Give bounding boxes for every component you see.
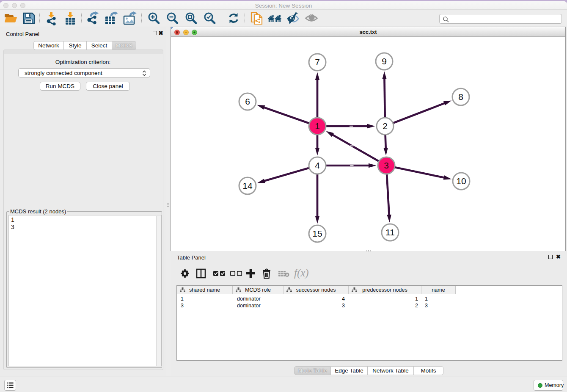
svg-text:3: 3 <box>384 160 389 170</box>
svg-text:4: 4 <box>315 160 320 170</box>
svg-text:11: 11 <box>385 227 395 237</box>
svg-text:15: 15 <box>312 229 322 238</box>
svg-text:1: 1 <box>315 121 320 131</box>
svg-text:10: 10 <box>456 176 466 186</box>
svg-text:6: 6 <box>245 97 250 106</box>
svg-text:9: 9 <box>382 56 387 66</box>
svg-text:14: 14 <box>242 181 253 190</box>
svg-text:7: 7 <box>315 57 320 67</box>
svg-text:8: 8 <box>458 92 463 102</box>
svg-text:2: 2 <box>383 121 388 131</box>
